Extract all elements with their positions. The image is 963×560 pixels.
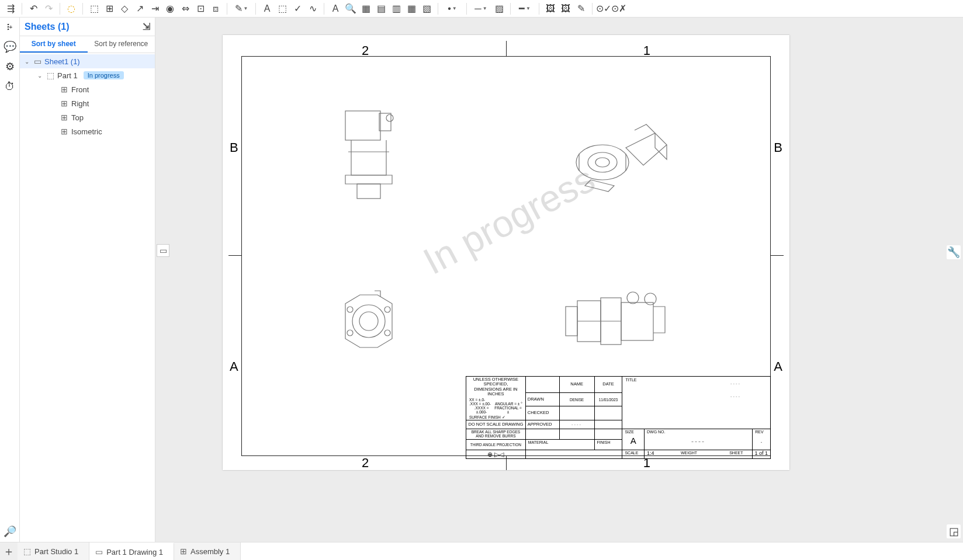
tree-row-sheet[interactable]: ⌄ ▭ Sheet1 (1) bbox=[20, 54, 155, 68]
revision-table-button[interactable]: ▦ bbox=[404, 2, 418, 16]
svg-point-2 bbox=[386, 114, 393, 121]
titleblock-checked-label: CHECKED bbox=[525, 406, 559, 420]
svg-point-12 bbox=[384, 330, 390, 336]
titleblock-edges: BREAK ALL SHARP EDGES AND REMOVE BURRS bbox=[466, 429, 526, 439]
left-gutter: ፧+ 💬 ⚙ ⏱ 🔎 bbox=[0, 18, 20, 542]
part-studio-icon: ⬚ bbox=[23, 547, 31, 556]
collapse-panel-icon[interactable]: ▭ bbox=[157, 244, 169, 257]
callout-button[interactable]: A bbox=[260, 2, 274, 16]
comments-icon[interactable]: 💬 bbox=[3, 40, 17, 54]
redo-button[interactable]: ↷ bbox=[41, 2, 56, 16]
svg-point-5 bbox=[588, 152, 617, 172]
point-button[interactable]: •▼ bbox=[442, 2, 462, 16]
hatch-button[interactable]: ▨ bbox=[492, 2, 506, 16]
insert-image-button[interactable]: 🖼 bbox=[543, 2, 557, 16]
titleblock-sheet-value: 1 of 1 bbox=[754, 451, 768, 457]
svg-rect-0 bbox=[345, 111, 380, 140]
title-block[interactable]: UNLESS OTHERWISE SPECIFIED, DIMENSIONS A… bbox=[466, 376, 771, 456]
pencil-tool-button[interactable]: ✎ bbox=[574, 2, 588, 16]
separator bbox=[324, 3, 324, 15]
view-label: Right bbox=[71, 99, 89, 108]
separator bbox=[466, 3, 467, 15]
insert-dxf-button[interactable]: 🖼 bbox=[559, 2, 573, 16]
titleblock-date-header: DATE bbox=[594, 377, 622, 393]
table-button[interactable]: ▦ bbox=[359, 2, 373, 16]
toolbar-top: ⇶ ↶ ↷ ◌ ⬚ ⊞ ◇ ↗ ⇥ ◉ ⇔ ⊡ ⧈ ✎▼ A ⬚ ✓ ∿ A 🔍… bbox=[0, 0, 963, 18]
view-cube-icon[interactable]: ◲ bbox=[947, 524, 961, 538]
surface-finish-button[interactable]: ✓ bbox=[290, 2, 304, 16]
section-view-button[interactable]: ⇥ bbox=[148, 2, 162, 16]
broken-out-button[interactable]: ⊡ bbox=[193, 2, 207, 16]
detail-view-button[interactable]: ◉ bbox=[163, 2, 177, 16]
status-badge: In progress bbox=[84, 71, 124, 79]
projected-view-button[interactable]: ◇ bbox=[117, 2, 131, 16]
four-view-button[interactable]: ⊞ bbox=[102, 2, 116, 16]
tab-part-studio[interactable]: ⬚ Part Studio 1 bbox=[18, 542, 89, 560]
auxiliary-view-button[interactable]: ↗ bbox=[133, 2, 147, 16]
tree-row-part[interactable]: ⌄ ⬚ Part 1 In progress bbox=[20, 68, 155, 82]
timer-icon[interactable]: ⏱ bbox=[3, 79, 17, 93]
weld-button[interactable]: ∿ bbox=[306, 2, 320, 16]
sort-by-sheet-tab[interactable]: Sort by sheet bbox=[20, 36, 88, 53]
drawing-view-right[interactable] bbox=[563, 286, 668, 353]
titleblock-scale-label: SCALE bbox=[623, 450, 639, 456]
drawing-sheet[interactable]: 2 1 2 1 B B A A bbox=[223, 35, 789, 470]
svg-rect-1 bbox=[379, 113, 391, 131]
tree-row-view-top[interactable]: ⊞ Top bbox=[20, 110, 155, 124]
drawing-canvas[interactable]: ▭ 🔧 ◲ 2 1 2 1 B B A A bbox=[155, 18, 963, 542]
titleblock-size-value: A bbox=[624, 436, 642, 446]
add-tab-button[interactable]: ＋ bbox=[0, 542, 18, 560]
zone-tick bbox=[506, 41, 507, 56]
linestyle-button[interactable]: ━▼ bbox=[515, 2, 535, 16]
view-icon: ⊞ bbox=[60, 99, 69, 108]
panel-popout-icon[interactable]: ⇲ bbox=[143, 21, 150, 32]
chevron-down-icon[interactable]: ⌄ bbox=[36, 72, 43, 79]
break-view-button[interactable]: ⇔ bbox=[178, 2, 192, 16]
sketch-button[interactable]: ✎▼ bbox=[231, 2, 251, 16]
chevron-down-icon[interactable]: ⌄ bbox=[23, 58, 30, 65]
inspect-button[interactable]: ⊙✓ bbox=[597, 2, 611, 16]
crop-view-button[interactable]: ⧈ bbox=[209, 2, 223, 16]
add-feature-icon[interactable]: ፧+ bbox=[3, 20, 17, 34]
tab-label: Part 1 Drawing 1 bbox=[106, 548, 163, 556]
insert-view-button[interactable]: ⬚ bbox=[87, 2, 101, 16]
part-label: Part 1 bbox=[57, 71, 78, 80]
hole-table-button[interactable]: ▥ bbox=[389, 2, 403, 16]
view-label: Front bbox=[71, 85, 89, 94]
text-button[interactable]: A bbox=[328, 2, 342, 16]
svg-point-7 bbox=[352, 305, 385, 338]
titleblock-approved-label: APPROVED bbox=[525, 420, 559, 429]
undo-button[interactable]: ↶ bbox=[26, 2, 40, 16]
drawing-view-isometric[interactable] bbox=[567, 116, 673, 203]
separator bbox=[227, 3, 227, 15]
sort-by-reference-tab[interactable]: Sort by reference bbox=[88, 36, 155, 53]
zone-label: A bbox=[230, 359, 238, 374]
line-button[interactable]: ─▼ bbox=[471, 2, 491, 16]
tree-row-view-right[interactable]: ⊞ Right bbox=[20, 96, 155, 110]
drawing-view-top[interactable] bbox=[334, 286, 404, 356]
featurescript-icon[interactable]: ◌ bbox=[64, 2, 78, 16]
tables-button[interactable]: ▧ bbox=[420, 2, 434, 16]
tree-row-view-front[interactable]: ⊞ Front bbox=[20, 82, 155, 96]
tab-drawing[interactable]: ▭ Part 1 Drawing 1 bbox=[89, 542, 174, 560]
dash-field: ---- bbox=[646, 438, 750, 446]
svg-point-11 bbox=[347, 330, 353, 336]
zone-tick bbox=[771, 255, 784, 256]
search-bottom-icon[interactable]: 🔎 bbox=[3, 524, 17, 538]
titleblock-weight-label: WEIGHT bbox=[680, 450, 698, 456]
separator bbox=[510, 3, 511, 15]
drawing-view-front[interactable] bbox=[334, 105, 404, 204]
tab-assembly[interactable]: ⊞ Assembly 1 bbox=[174, 542, 241, 560]
titleblock-title-label: TITLE bbox=[624, 377, 638, 383]
features-list-icon[interactable]: ⇶ bbox=[4, 2, 18, 16]
note-leader-button[interactable]: ⬚ bbox=[275, 2, 289, 16]
configuration-icon[interactable]: ⚙ bbox=[3, 60, 17, 74]
tools-wrench-icon[interactable]: 🔧 bbox=[947, 245, 961, 259]
tree-row-view-isometric[interactable]: ⊞ Isometric bbox=[20, 124, 155, 138]
titleblock-material-label: MATERIAL bbox=[527, 440, 550, 446]
bom-button[interactable]: ▤ bbox=[374, 2, 388, 16]
svg-point-17 bbox=[627, 292, 639, 304]
titleblock-rev-label: REV bbox=[754, 429, 764, 435]
find-button[interactable]: 🔍 bbox=[344, 2, 358, 16]
clear-inspect-button[interactable]: ⊙✗ bbox=[612, 2, 626, 16]
